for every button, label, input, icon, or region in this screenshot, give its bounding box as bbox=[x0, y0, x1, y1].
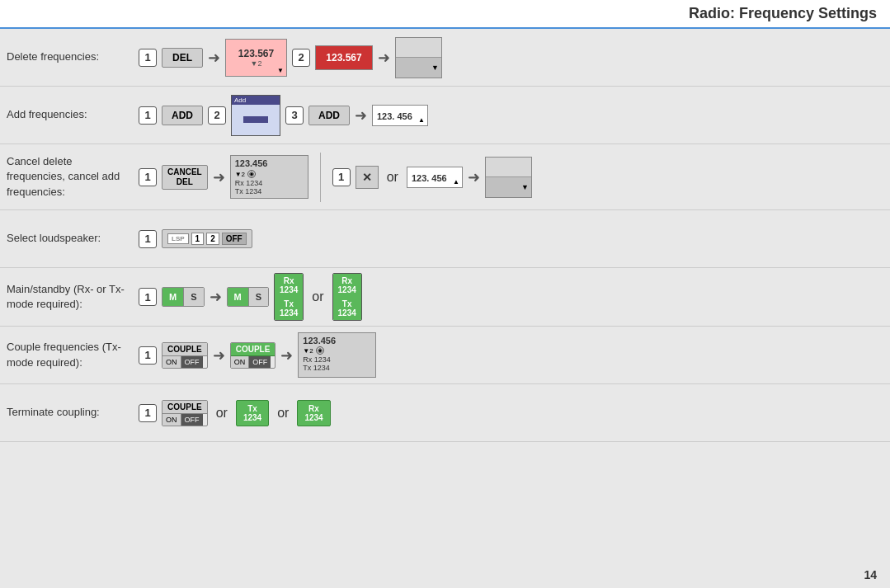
add-dialog-box: Add bbox=[231, 95, 280, 136]
freq-num-delete: 123.567 bbox=[238, 48, 274, 59]
lsp-label: LSP bbox=[167, 233, 189, 244]
two-box-cancel-top bbox=[486, 158, 531, 177]
x-cancel-button[interactable]: ✕ bbox=[356, 166, 379, 189]
two-box-cancel-bottom: ▼ bbox=[486, 177, 531, 197]
rx-box-2: Rx1234 bbox=[333, 274, 361, 297]
step-1-lsp: 1 bbox=[139, 230, 157, 248]
step-2-delete: 2 bbox=[292, 49, 310, 67]
tx-box-1: Tx1234 bbox=[275, 297, 303, 320]
main-standby-row: Main/standby (Rx- or Tx-mode required): … bbox=[0, 268, 890, 327]
main-standby-content: 1 M S ➜ M S Rx1234 Tx1234 or Rx1234 Tx12… bbox=[139, 273, 883, 321]
couple-label-terminate: COUPLE bbox=[162, 401, 207, 414]
couple-freq-content: 1 COUPLE ON OFF ➜ COUPLE ON OFF ➜ 123.45… bbox=[139, 332, 883, 378]
freq-result-add: 123. 456 ▲ bbox=[372, 105, 428, 126]
couple-button-1[interactable]: COUPLE ON OFF bbox=[162, 342, 208, 369]
loudspeaker-row: Select loudspeaker: 1 LSP 1 2 OFF bbox=[0, 210, 890, 268]
step-1-cancel-alt: 1 bbox=[332, 168, 351, 186]
tx-label-cancel: Tx 1234 bbox=[235, 187, 304, 195]
arrow-icon-add: ➜ bbox=[355, 106, 367, 125]
freq-rxtx-couple-result: 123.456 ▼2 ◉ Rx 1234 Tx 1234 bbox=[298, 332, 376, 378]
add-freq-content: 1 ADD 2 Add 3 ADD ➜ 123. 456 ▲ bbox=[139, 95, 883, 136]
couple-toggle-terminate: ON OFF bbox=[162, 414, 207, 426]
or-text-terminate-1: or bbox=[216, 406, 228, 421]
loudspeaker-content: 1 LSP 1 2 OFF bbox=[139, 229, 883, 248]
lsp-off[interactable]: OFF bbox=[222, 233, 247, 245]
cancel-del-content: 1 CANCEL DEL ➜ 123.456 ▼2 ◉ Rx 1234 Tx 1… bbox=[139, 153, 883, 202]
terminate-coupling-content: 1 COUPLE ON OFF or Tx1234 or Rx1234 bbox=[139, 400, 883, 426]
couple-on-terminate[interactable]: ON bbox=[162, 414, 181, 426]
add-dialog-bar bbox=[243, 116, 268, 123]
signal-icon: ◉ bbox=[247, 170, 256, 178]
step-3-add: 3 bbox=[285, 106, 304, 125]
lsp-button-group[interactable]: LSP 1 2 OFF bbox=[162, 229, 252, 248]
freq-rxtx-icons: ▼2 ◉ bbox=[235, 170, 304, 178]
main-content: Delete frequencies: 1 DEL ➜ 123.567 ▼2 ▼… bbox=[0, 29, 890, 442]
couple-button-2[interactable]: COUPLE ON OFF bbox=[230, 342, 276, 369]
terminate-coupling-label: Terminate coupling: bbox=[7, 405, 139, 420]
step-1-delete: 1 bbox=[139, 49, 157, 67]
couple-on-1[interactable]: ON bbox=[162, 356, 181, 368]
couple-off-terminate[interactable]: OFF bbox=[181, 414, 203, 426]
cancel-del-row: Cancel delete frequencies, cancel add fr… bbox=[0, 144, 890, 210]
add-dialog-title: Add bbox=[232, 96, 280, 105]
freq-result-cancel-alt: 123. 456 ▲ bbox=[407, 167, 463, 188]
add-dialog-content bbox=[232, 105, 280, 135]
m-button-1[interactable]: M bbox=[162, 288, 183, 306]
couple-toggle-2: ON OFF bbox=[231, 356, 275, 368]
rx1234-button[interactable]: Rx1234 bbox=[297, 400, 330, 426]
step-1-cancel: 1 bbox=[139, 168, 157, 186]
page-number: 14 bbox=[864, 568, 877, 581]
dropdown-arrow-icon: ▼ bbox=[277, 67, 284, 74]
cancel-del-button[interactable]: CANCEL DEL bbox=[162, 165, 208, 190]
arrow-icon-couple: ➜ bbox=[213, 346, 225, 365]
rx-box-1: Rx1234 bbox=[275, 274, 303, 297]
s-button-1[interactable]: S bbox=[183, 288, 203, 306]
delete-freq-content: 1 DEL ➜ 123.567 ▼2 ▼ 2 123.567 ➜ ▼ bbox=[139, 37, 883, 78]
couple-toggle-1: ON OFF bbox=[162, 356, 207, 368]
step-1-ms: 1 bbox=[139, 288, 157, 306]
arrow-icon-ms: ➜ bbox=[210, 288, 222, 306]
rxtx-display-2: Rx1234 Tx1234 bbox=[332, 273, 362, 321]
two-box-cancel-result: ▼ bbox=[485, 157, 532, 198]
m-button-2[interactable]: M bbox=[228, 288, 248, 306]
s-button-2[interactable]: S bbox=[248, 288, 268, 306]
arrow-icon-2: ➜ bbox=[378, 49, 390, 67]
couple-button-terminate[interactable]: COUPLE ON OFF bbox=[162, 400, 208, 426]
row-separator bbox=[320, 153, 321, 202]
freq-couple-num: 123.456 bbox=[303, 336, 371, 346]
ms-button-group-1[interactable]: M S bbox=[162, 287, 205, 307]
cancel-del-line1: CANCEL bbox=[167, 167, 202, 176]
add-button-2[interactable]: ADD bbox=[308, 106, 350, 125]
add-button-1[interactable]: ADD bbox=[162, 106, 203, 125]
add-freq-row: Add frequencies: 1 ADD 2 Add 3 ADD ➜ 123… bbox=[0, 87, 890, 144]
freq-display-highlighted: 123.567 bbox=[315, 45, 373, 70]
main-standby-label: Main/standby (Rx- or Tx-mode required): bbox=[7, 282, 139, 312]
rx-label-couple: Rx 1234 bbox=[303, 355, 371, 364]
lsp-2[interactable]: 2 bbox=[206, 233, 219, 245]
tx-label-couple: Tx 1234 bbox=[303, 364, 371, 372]
couple-off-2[interactable]: OFF bbox=[249, 356, 271, 368]
freq-display-delete-before: 123.567 ▼2 ▼ bbox=[225, 39, 287, 77]
or-text-cancel: or bbox=[387, 170, 398, 185]
ms-button-group-2[interactable]: M S bbox=[227, 287, 270, 307]
cancel-del-label: Cancel delete frequencies, cancel add fr… bbox=[7, 154, 139, 200]
couple-freq-label: Couple frequencies (Tx-mode required): bbox=[7, 340, 139, 369]
tx1234-button[interactable]: Tx1234 bbox=[236, 400, 269, 426]
arrow-icon-cancel-2: ➜ bbox=[468, 168, 480, 186]
or-text-terminate-2: or bbox=[277, 406, 289, 421]
freq-num-highlighted: 123.567 bbox=[326, 52, 361, 64]
del-button[interactable]: DEL bbox=[162, 48, 203, 68]
lsp-1[interactable]: 1 bbox=[191, 233, 205, 245]
freq-rxtx-display: 123.456 ▼2 ◉ Rx 1234 Tx 1234 bbox=[230, 155, 308, 199]
freq-rxtx-num: 123.456 bbox=[235, 158, 304, 168]
couple-on-2[interactable]: ON bbox=[231, 356, 250, 368]
step-1-add: 1 bbox=[139, 106, 157, 125]
cancel-del-line2: DEL bbox=[177, 177, 193, 186]
couple-off-1[interactable]: OFF bbox=[181, 356, 203, 368]
add-freq-label: Add frequencies: bbox=[7, 107, 139, 122]
step-2-add: 2 bbox=[208, 106, 226, 125]
rx-label-cancel: Rx 1234 bbox=[235, 179, 304, 187]
step-1-terminate: 1 bbox=[139, 404, 157, 422]
two-box-result: ▼ bbox=[395, 37, 442, 78]
rxtx-display-1: Rx1234 Tx1234 bbox=[274, 273, 304, 321]
